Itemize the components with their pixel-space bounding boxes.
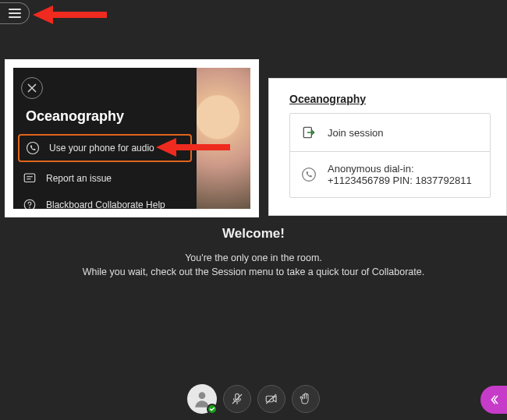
menu-item-label: Use your phone for audio (49, 143, 154, 154)
join-session-label: Join session (328, 127, 384, 139)
my-status-button[interactable] (187, 384, 217, 414)
menu-item-label: Blackboard Collaborate Help (46, 199, 165, 209)
video-off-icon (264, 392, 278, 406)
report-icon (23, 171, 37, 185)
svg-rect-15 (266, 396, 273, 402)
dialin-row: Anonymous dial-in: +1123456789 PIN: 1837… (290, 151, 490, 197)
session-info-card: Join session Anonymous dial-in: +1123456… (289, 113, 491, 198)
join-session-row[interactable]: Join session (290, 114, 490, 151)
phone-icon (26, 141, 40, 155)
session-info-panel: Oceanography Join session Anonymous dial… (268, 78, 507, 216)
welcome-line1: You're the only one in the room. (0, 252, 507, 263)
close-menu-button[interactable] (21, 77, 43, 99)
raise-hand-button[interactable] (292, 385, 320, 413)
open-collaborate-panel-button[interactable] (480, 386, 507, 414)
session-menu-panel: Oceanography Use your phone for audio Re… (5, 59, 259, 217)
mic-off-icon (230, 392, 244, 406)
close-icon (27, 83, 37, 93)
dialin-value: +1123456789 PIN: 1837792811 (328, 175, 472, 186)
welcome-heading: Welcome! (0, 226, 507, 242)
annotation-arrow (33, 3, 111, 26)
welcome-block: Welcome! You're the only one in the room… (0, 226, 507, 281)
dialin-label: Anonymous dial-in: (328, 163, 414, 175)
svg-point-2 (27, 143, 39, 154)
participant-video-crop (196, 68, 250, 209)
svg-rect-3 (24, 174, 35, 182)
menu-item-report-issue[interactable]: Report an issue (13, 165, 197, 192)
svg-point-11 (303, 168, 316, 182)
status-online-icon (207, 404, 218, 415)
session-menu-button[interactable] (0, 2, 30, 24)
hamburger-icon (9, 9, 21, 18)
menu-item-phone-audio[interactable]: Use your phone for audio (18, 134, 192, 162)
join-icon (301, 125, 317, 140)
menu-item-label: Report an issue (46, 173, 112, 184)
help-icon (23, 198, 37, 209)
svg-point-12 (199, 392, 206, 399)
phone-icon (301, 167, 317, 182)
chevron-left-icon (488, 394, 500, 406)
svg-marker-1 (33, 5, 53, 24)
menu-item-help[interactable]: Blackboard Collaborate Help (13, 192, 197, 209)
welcome-line2: While you wait, check out the Session me… (0, 266, 507, 277)
media-toolbar (0, 384, 507, 414)
session-menu-title: Oceanography (13, 101, 197, 134)
share-audio-button[interactable] (223, 385, 251, 413)
raise-hand-icon (299, 392, 313, 406)
session-info-title: Oceanography (289, 93, 491, 105)
svg-point-7 (29, 207, 30, 209)
share-video-button[interactable] (257, 385, 285, 413)
